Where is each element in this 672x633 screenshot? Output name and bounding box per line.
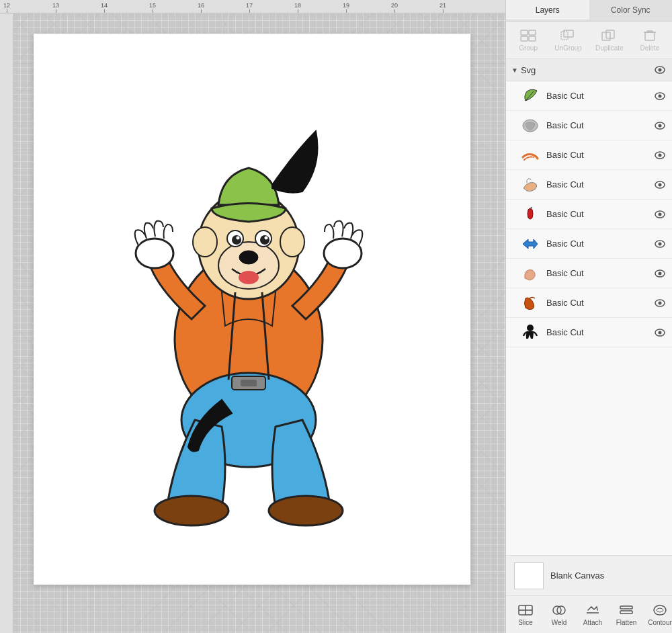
layers-container[interactable]: ▼ Svg Basic Cut <box>506 59 672 555</box>
delete-button[interactable]: Delete <box>633 26 667 54</box>
character-container <box>54 47 444 551</box>
layer-name-9: Basic Cut <box>546 327 653 337</box>
svg-point-7 <box>280 227 304 257</box>
svg-rect-23 <box>529 36 536 41</box>
ungroup-button[interactable]: UnGroup <box>550 26 586 54</box>
svg-point-34 <box>659 124 662 127</box>
layer-name-5: Basic Cut <box>546 209 653 219</box>
svg-rect-22 <box>521 36 528 41</box>
layer-eye-5[interactable] <box>653 208 667 221</box>
contour-label: Contour <box>648 619 672 626</box>
duplicate-button[interactable]: Duplicate <box>591 26 628 54</box>
flatten-button[interactable]: Flatten <box>610 600 643 629</box>
layer-eye-1[interactable] <box>653 89 667 103</box>
expand-arrow-icon: ▼ <box>511 67 518 74</box>
blank-canvas-thumbnail <box>514 562 544 589</box>
attach-button[interactable]: Attach <box>576 600 610 629</box>
svg-rect-24 <box>561 32 568 40</box>
layer-eye-2[interactable] <box>653 119 667 132</box>
svg-root-eye-icon[interactable] <box>653 63 667 77</box>
layer-item-5[interactable]: Basic Cut <box>506 200 672 229</box>
duplicate-icon <box>600 28 619 43</box>
flatten-label: Flatten <box>616 619 637 626</box>
ruler-tick-17: 17 <box>246 2 253 13</box>
svg-point-36 <box>659 153 662 157</box>
layer-eye-4[interactable] <box>653 178 667 192</box>
ruler-top-inner: 12 13 14 15 16 17 18 19 20 21 <box>0 0 505 13</box>
layer-item-9[interactable]: Basic Cut <box>506 318 672 347</box>
ungroup-icon <box>559 28 578 43</box>
panel-toolbar: Group UnGroup Duplicate Delete <box>506 22 672 59</box>
svg-point-16 <box>136 239 173 268</box>
blank-canvas-label: Blank Canvas <box>550 571 604 581</box>
svg-rect-25 <box>564 30 573 37</box>
layer-thumbnail-1 <box>519 85 541 107</box>
layer-item-3[interactable]: Basic Cut <box>506 140 672 170</box>
layer-eye-6[interactable] <box>653 237 667 251</box>
ruler-tick-21: 21 <box>439 2 446 13</box>
ruler-tick-13: 13 <box>52 2 59 13</box>
layer-item-4[interactable]: Basic Cut <box>506 170 672 200</box>
svg-point-47 <box>527 325 534 331</box>
svg-root-label: Svg <box>521 65 653 75</box>
layer-eye-7[interactable] <box>653 267 667 280</box>
svg-point-15 <box>239 271 259 284</box>
svg-point-17 <box>324 239 362 268</box>
layer-name-6: Basic Cut <box>546 239 653 249</box>
layer-item-2[interactable]: Basic Cut <box>506 111 672 140</box>
layer-name-4: Basic Cut <box>546 179 653 189</box>
group-button[interactable]: Group <box>511 26 545 54</box>
svg-point-49 <box>659 331 662 334</box>
weld-button[interactable]: Weld <box>542 600 576 629</box>
delete-icon <box>640 28 659 43</box>
canvas-content[interactable] <box>13 13 505 633</box>
layer-thumbnail-8 <box>519 292 541 314</box>
layer-item-1[interactable]: Basic Cut <box>506 81 672 111</box>
layer-thumbnail-4 <box>519 174 541 196</box>
tab-layers[interactable]: Layers <box>506 0 589 21</box>
goofy-illustration <box>87 71 410 528</box>
svg-point-12 <box>237 237 240 240</box>
panel-bottom-toolbar: Slice Weld Attach Flatten <box>506 595 672 633</box>
tab-color-sync-label: Color Sync <box>611 5 650 15</box>
layer-eye-8[interactable] <box>653 296 667 310</box>
layer-thumbnail-2 <box>519 115 541 136</box>
svg-rect-54 <box>620 611 632 614</box>
layer-item-8[interactable]: Basic Cut <box>506 288 672 318</box>
tab-color-sync[interactable]: Color Sync <box>589 0 673 21</box>
weld-icon <box>550 603 569 618</box>
layer-name-2: Basic Cut <box>546 120 653 130</box>
layer-eye-3[interactable] <box>653 149 667 162</box>
blank-canvas-item[interactable]: Blank Canvas <box>506 555 672 595</box>
ungroup-label: UnGroup <box>554 44 582 52</box>
svg-point-2 <box>155 496 228 525</box>
tab-layers-label: Layers <box>536 5 560 15</box>
ruler-tick-19: 19 <box>343 2 349 13</box>
slice-icon <box>516 603 535 618</box>
right-panel: Layers Color Sync Group UnGroup <box>505 0 672 633</box>
delete-label: Delete <box>640 44 659 52</box>
slice-button[interactable]: Slice <box>509 600 542 629</box>
layer-thumbnail-6 <box>519 233 541 255</box>
layer-eye-9[interactable] <box>653 326 667 339</box>
svg-point-29 <box>659 69 662 72</box>
layer-item-7[interactable]: Basic Cut <box>506 259 672 288</box>
svg-point-31 <box>659 94 662 97</box>
layer-thumbnail-5 <box>519 204 541 225</box>
layer-item-6[interactable]: Basic Cut <box>506 229 672 259</box>
ruler-left <box>0 13 13 633</box>
attach-icon <box>583 603 602 618</box>
ruler-tick-20: 20 <box>391 2 398 13</box>
duplicate-label: Duplicate <box>595 44 624 52</box>
svg-rect-53 <box>620 606 632 609</box>
svg-root-item[interactable]: ▼ Svg <box>506 59 672 81</box>
ruler-tick-14: 14 <box>101 2 108 13</box>
svg-rect-19 <box>241 380 257 386</box>
ruler-tick-15: 15 <box>149 2 156 13</box>
panel-tabs: Layers Color Sync <box>506 0 672 22</box>
canvas-area: 12 13 14 15 16 17 18 19 20 21 <box>0 0 505 633</box>
layer-thumbnail-3 <box>519 144 541 166</box>
svg-rect-21 <box>529 30 536 35</box>
contour-button[interactable]: Contour <box>643 600 672 629</box>
weld-label: Weld <box>552 619 567 626</box>
